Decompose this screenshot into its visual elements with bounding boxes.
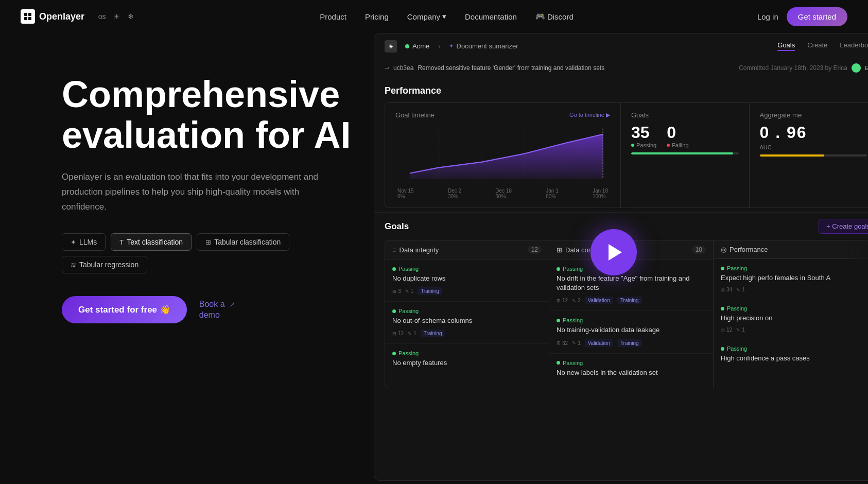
- nav-pricing[interactable]: Pricing: [365, 12, 389, 21]
- dashboard-panel: ◈ Acme › ✦ Document sumarizer Goals Crea…: [374, 33, 868, 481]
- aggregate-label: Aggregate me: [760, 111, 802, 119]
- goal-tag: Validation: [585, 297, 613, 304]
- goals-card-label: Goals: [631, 111, 649, 119]
- go-to-timeline-link[interactable]: Go to timeline ▶: [569, 112, 610, 118]
- goal-tag: Training: [617, 297, 642, 304]
- passing-dot: [721, 267, 724, 270]
- passing-dot: [392, 309, 396, 313]
- data-integrity-title: Data integrity: [400, 246, 439, 254]
- dark-icon: ❄: [126, 11, 136, 22]
- dash-tab-create[interactable]: Create: [807, 41, 827, 51]
- svg-rect-3: [28, 17, 31, 20]
- goal-timeline-chart: [395, 123, 610, 190]
- auc-value: 0 . 96: [760, 123, 867, 142]
- nav-cta-button[interactable]: Get started: [787, 7, 847, 26]
- acme-status-dot: [405, 44, 409, 48]
- nav-logo[interactable]: Openlayer: [21, 9, 84, 24]
- passing-dot: [721, 347, 724, 351]
- commit-message: Removed sensitive feature 'Gender' from …: [418, 64, 604, 72]
- hero-title: Comprehensive evaluation for AI: [62, 74, 371, 155]
- goal-name: No new labels in the validation set: [557, 368, 706, 377]
- tab-text-classification[interactable]: T Text classification: [111, 233, 192, 251]
- acme-pill: Acme: [405, 42, 429, 50]
- goals-header: Goals + Create goals: [385, 219, 868, 234]
- tab-tabular-classification[interactable]: ⊞ Tabular classification: [197, 233, 289, 251]
- goals-progress-bar: [631, 152, 739, 154]
- list-item: Passing No out-of-schema columns ⊞ 12 ✎ …: [385, 302, 549, 344]
- hero-buttons: Get started for free 👋 Book ademo ↗: [62, 296, 371, 323]
- list-item: Passing No empty features: [385, 344, 549, 378]
- nav-company[interactable]: Company ▾: [407, 12, 446, 21]
- play-button[interactable]: [591, 229, 637, 275]
- goal-name: No drift in the feature "Age" from train…: [557, 274, 706, 292]
- commit-author: Erica: [865, 65, 868, 71]
- goal-name: No training-validation data leakage: [557, 325, 706, 335]
- passing-dot: [557, 361, 560, 365]
- external-link-icon: ↗: [229, 300, 235, 308]
- goal-timeline-label: Goal timeline: [395, 111, 435, 119]
- book-demo-link[interactable]: Book ademo ↗: [199, 299, 235, 321]
- goals-bar-fill: [631, 152, 733, 154]
- goal-timeline-card: Goal timeline Go to timeline ▶: [385, 103, 621, 208]
- goal-name: No empty features: [392, 358, 542, 368]
- play-triangle-icon: [609, 244, 622, 261]
- list-item: Passing No duplicate rows ⊞ 3 ✎ 1 Traini…: [385, 260, 549, 302]
- navbar: Openlayer os ☀ ❄ Product Pricing Company…: [0, 0, 868, 33]
- commit-avatar: [852, 63, 861, 73]
- nav-product[interactable]: Product: [320, 12, 346, 21]
- hero-section: Comprehensive evaluation for AI Openlaye…: [0, 33, 868, 323]
- data-integrity-icon: ≡: [392, 246, 396, 254]
- passing-dot: [392, 267, 396, 271]
- svg-rect-0: [24, 13, 27, 16]
- commit-date: Committed January 18th, 2023 by Erica: [739, 64, 847, 72]
- commit-bar: ⊸ ucb3ea Removed sensitive feature 'Gend…: [374, 59, 868, 77]
- llms-icon: ✦: [71, 238, 76, 246]
- logo-icon: [21, 9, 35, 24]
- theme-icons: os ☀ ❄: [97, 11, 136, 22]
- nav-actions: Log in Get started: [757, 7, 847, 26]
- goal-name: Expect high perfo females in South A: [721, 273, 868, 283]
- performance-column: ◎ Performance Passing Expect high perfo …: [714, 240, 868, 388]
- dash-logo-icon: ◈: [385, 40, 397, 53]
- auc-progress-bar: [760, 154, 867, 157]
- create-goals-button[interactable]: + Create goals: [819, 219, 868, 234]
- dash-tab-goals[interactable]: Goals: [777, 41, 795, 51]
- data-consistency-count: 10: [692, 246, 706, 254]
- logo-text: Openlayer: [39, 11, 84, 22]
- tab-tabular-regression[interactable]: ≋ Tabular regression: [62, 256, 147, 273]
- svg-rect-2: [24, 17, 27, 20]
- regression-icon: ≋: [71, 261, 76, 269]
- hero-left: Comprehensive evaluation for AI Openlaye…: [62, 64, 371, 323]
- goal-name: High precision on: [721, 314, 868, 323]
- passing-metric: 35 Passing: [631, 123, 656, 148]
- failing-metric: 0 Failing: [667, 123, 688, 148]
- hero-subtitle: Openlayer is an evaluation tool that fit…: [62, 170, 319, 215]
- goal-tag: Training: [418, 287, 442, 295]
- passing-dot: [557, 267, 560, 271]
- list-item: Passing High precision on ◎ 12 ✎ 1: [714, 299, 868, 339]
- nav-docs[interactable]: Documentation: [465, 12, 517, 21]
- list-item: Passing Expect high perfo females in Sou…: [714, 259, 868, 299]
- get-started-button[interactable]: Get started for free 👋: [62, 296, 187, 323]
- failing-dot: [667, 144, 670, 147]
- aggregate-card: Aggregate me 0 . 96 AUC: [750, 103, 869, 208]
- dash-tab-leaderboard[interactable]: Leaderboard: [840, 41, 868, 51]
- goal-tag: Validation: [585, 339, 613, 347]
- auc-bar-fill: [760, 154, 824, 157]
- hero-tabs: ✦ LLMs T Text classification ⊞ Tabular c…: [62, 233, 371, 273]
- data-consistency-icon: ⊞: [557, 246, 562, 254]
- text-icon: T: [119, 238, 124, 246]
- list-item: Passing No training-validation data leak…: [549, 311, 713, 353]
- nav-discord[interactable]: 🎮 Discord: [535, 12, 574, 21]
- goal-tag: Training: [421, 330, 445, 337]
- commit-hash: ucb3ea: [393, 64, 413, 72]
- nav-links: Product Pricing Company ▾ Documentation …: [320, 12, 574, 21]
- goal-name: No duplicate rows: [392, 274, 542, 283]
- tab-llms[interactable]: ✦ LLMs: [62, 233, 106, 251]
- nav-login[interactable]: Log in: [757, 12, 778, 21]
- performance-col-title: Performance: [730, 246, 768, 253]
- table-icon: ⊞: [205, 238, 211, 246]
- data-integrity-count: 12: [528, 246, 542, 254]
- dashboard-topbar: ◈ Acme › ✦ Document sumarizer Goals Crea…: [374, 33, 868, 59]
- doc-icon: ✦: [449, 43, 454, 49]
